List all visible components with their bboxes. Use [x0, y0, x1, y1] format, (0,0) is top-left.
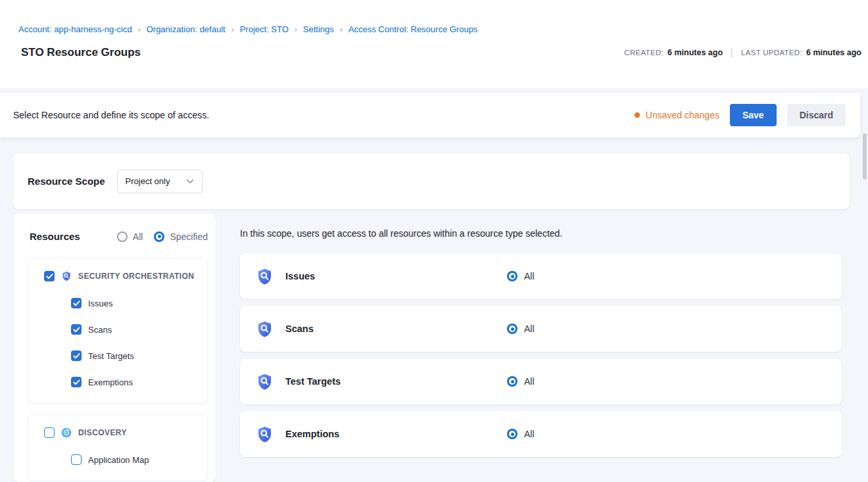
check-icon — [73, 353, 80, 359]
radio-selected-icon[interactable] — [154, 231, 164, 242]
radio-selected-icon[interactable] — [507, 324, 518, 334]
resource-scope-select[interactable]: Project only — [117, 170, 203, 193]
filter-all-option[interactable]: All — [117, 231, 143, 242]
resource-item-scans: Scans — [71, 316, 207, 343]
discard-button[interactable]: Discard — [787, 104, 846, 126]
resource-scope-selected-value: Project only — [126, 176, 170, 186]
group-name: SECURITY ORCHESTRATION — [78, 272, 194, 281]
created-updated-meta: CREATED: 6 minutes ago | LAST UPDATED: 6… — [624, 47, 861, 58]
created-label: CREATED: — [624, 49, 663, 57]
shield-search-icon — [256, 373, 274, 391]
breadcrumb-account[interactable]: Account: app-harness-ng-cicd — [18, 24, 132, 34]
access-option-all[interactable]: All — [507, 324, 535, 334]
chevron-right-icon: › — [138, 25, 141, 34]
resource-card-title: Scans — [285, 324, 507, 334]
chevron-right-icon: › — [295, 25, 297, 34]
shield-search-icon — [256, 320, 274, 338]
group-name: DISCOVERY — [78, 428, 127, 437]
filter-all-label: All — [133, 231, 143, 242]
application-map-checkbox[interactable] — [71, 454, 82, 465]
access-all-label: All — [524, 271, 535, 281]
resources-panel: Resources All Specified SECURITY ORCHEST… — [13, 214, 216, 482]
chevron-down-icon — [186, 179, 194, 184]
resource-group-security-orchestration: SECURITY ORCHESTRATION Issues Scans Test… — [28, 258, 208, 404]
radio-selected-icon[interactable] — [507, 429, 518, 439]
resource-item-label: Scans — [88, 325, 112, 335]
access-option-all[interactable]: All — [507, 271, 535, 281]
resource-card-title: Issues — [285, 271, 507, 281]
filter-specified-label: Specified — [170, 231, 208, 242]
chevron-right-icon: › — [340, 25, 343, 34]
exemptions-checkbox[interactable] — [71, 377, 82, 387]
chevron-right-icon: › — [231, 25, 234, 34]
save-button[interactable]: Save — [730, 104, 777, 126]
resource-item-exemptions: Exemptions — [71, 369, 207, 395]
shield-search-icon — [61, 271, 72, 281]
resource-card-exemptions: Exemptions All — [240, 411, 842, 457]
breadcrumb: Account: app-harness-ng-cicd › Organizat… — [0, 0, 868, 34]
radio-unselected-icon[interactable] — [117, 231, 128, 242]
access-all-label: All — [524, 376, 535, 387]
shield-search-icon — [256, 425, 274, 443]
scope-detail-area: In this scope, users get access to all r… — [240, 227, 842, 464]
scope-description: In this scope, users get access to all r… — [240, 227, 842, 240]
check-icon — [73, 379, 80, 385]
resource-item-test-targets: Test Targets — [71, 343, 207, 369]
filter-specified-option[interactable]: Specified — [154, 231, 208, 242]
resource-group-discovery: DISCOVERY Application Map — [28, 414, 208, 481]
resource-item-application-map: Application Map — [71, 446, 207, 473]
resource-card-title: Exemptions — [285, 429, 507, 439]
created-value: 6 minutes ago — [667, 48, 723, 57]
unsaved-dot-icon — [635, 112, 640, 118]
check-icon — [73, 301, 80, 306]
scope-instruction-text: Select Resource and define its scope of … — [13, 110, 209, 120]
page-title: STO Resource Groups — [21, 46, 141, 59]
breadcrumb-organization[interactable]: Organization: default — [147, 24, 226, 34]
access-option-all[interactable]: All — [507, 429, 535, 439]
resource-card-title: Test Targets — [285, 376, 507, 387]
resources-title: Resources — [30, 231, 80, 242]
vertical-scrollbar-thumb[interactable] — [863, 133, 867, 180]
last-updated-value: 6 minutes ago — [806, 48, 861, 57]
resource-scope-label: Resource Scope — [28, 176, 105, 187]
resource-item-issues: Issues — [71, 290, 207, 316]
resource-item-label: Test Targets — [88, 351, 134, 361]
breadcrumb-project[interactable]: Project: STO — [240, 24, 289, 34]
test-targets-checkbox[interactable] — [71, 350, 82, 361]
security-orchestration-checkbox[interactable] — [44, 271, 55, 281]
radio-selected-icon[interactable] — [507, 376, 518, 387]
access-all-label: All — [524, 429, 535, 439]
last-updated-label: LAST UPDATED: — [741, 49, 802, 57]
check-icon — [73, 327, 80, 333]
page-header: Account: app-harness-ng-cicd › Organizat… — [0, 0, 868, 88]
unsaved-changes-label: Unsaved changes — [646, 110, 719, 120]
resource-item-label: Application Map — [88, 455, 149, 465]
resource-item-label: Issues — [88, 299, 113, 308]
radio-selected-icon[interactable] — [507, 271, 518, 281]
access-all-label: All — [524, 324, 535, 334]
unsaved-changes-indicator: Unsaved changes — [635, 110, 719, 120]
resource-card-issues: Issues All — [240, 253, 842, 299]
shield-search-icon — [256, 268, 274, 285]
discovery-checkbox[interactable] — [44, 427, 55, 438]
meta-divider: | — [731, 47, 733, 58]
radar-icon — [61, 427, 72, 438]
access-option-all[interactable]: All — [507, 376, 535, 387]
breadcrumb-settings[interactable]: Settings — [303, 24, 334, 34]
resource-card-scans: Scans All — [240, 306, 842, 352]
resource-scope-card: Resource Scope Project only — [13, 153, 850, 209]
action-toolbar: Select Resource and define its scope of … — [0, 93, 860, 137]
scans-checkbox[interactable] — [71, 324, 82, 335]
resource-item-label: Exemptions — [88, 377, 133, 387]
resource-card-test-targets: Test Targets All — [240, 358, 842, 404]
breadcrumb-access-control[interactable]: Access Control: Resource Groups — [349, 24, 478, 34]
resources-filter: All Specified — [117, 231, 208, 242]
check-icon — [46, 274, 53, 279]
issues-checkbox[interactable] — [71, 298, 82, 308]
